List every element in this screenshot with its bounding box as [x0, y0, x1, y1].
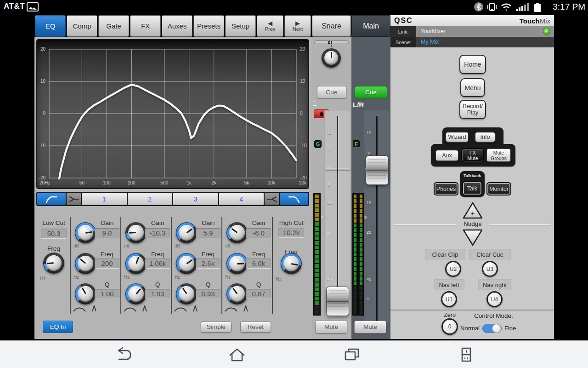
record-play-button[interactable]: Record/Play [459, 100, 486, 119]
menu-button[interactable]: Menu [460, 78, 485, 97]
u1-button[interactable]: U1 [441, 291, 457, 307]
control-mode-toggle[interactable] [482, 324, 502, 333]
svg-text:-20: -20 [300, 175, 307, 180]
band3-q-knob[interactable] [176, 283, 197, 305]
info-button[interactable]: Info [475, 132, 496, 143]
brand-header: QSC TouchMix [390, 15, 554, 26]
divider [489, 224, 551, 225]
column-divider [272, 217, 273, 314]
main-tab[interactable]: Main [351, 15, 390, 37]
link-connected-icon: ✓ [543, 28, 550, 35]
band1-freq-knob[interactable] [75, 253, 96, 274]
u2-button[interactable]: U2 [445, 261, 461, 277]
channel-gain-knob[interactable] [322, 48, 341, 68]
main-fader-handle[interactable] [366, 155, 389, 185]
clock: 3:17 PM [553, 2, 585, 12]
svg-text:20Hz: 20Hz [40, 180, 50, 185]
split-screen-button[interactable] [456, 346, 476, 363]
band-3-button[interactable]: 3 [173, 193, 218, 205]
phones-button[interactable]: Phones [434, 182, 458, 196]
main-cue-button[interactable]: Cue [355, 86, 387, 98]
tab-presets[interactable]: Presets [193, 15, 224, 37]
band3-freq-knob[interactable] [176, 253, 197, 274]
tab-fx[interactable]: FX [130, 15, 161, 37]
simple-button[interactable]: Simple [201, 322, 232, 333]
link-value[interactable]: YourMixer [421, 28, 446, 34]
high-cut-freq-knob[interactable] [281, 253, 302, 274]
band-1-button[interactable]: 1 [82, 193, 127, 205]
snare-mute-button[interactable]: Mute [315, 321, 347, 334]
band2-q-knob[interactable] [125, 283, 147, 305]
zero-button[interactable]: 0 [441, 318, 458, 335]
band2-gain-knob[interactable] [125, 222, 147, 243]
fader-scale-mark: 10 [327, 201, 332, 205]
svg-text:10: 10 [300, 79, 305, 84]
svg-text:-10: -10 [300, 143, 307, 148]
tab-comp[interactable]: Comp [67, 15, 97, 37]
prev-channel-button[interactable]: ◀ Prev [257, 15, 283, 37]
low-shelf-band-button[interactable] [67, 193, 81, 205]
band1-gain-knob[interactable] [75, 222, 96, 243]
fader-scale-mark: 40 [327, 277, 332, 282]
reset-button[interactable]: Reset [240, 322, 271, 333]
u4-button[interactable]: U4 [486, 291, 503, 307]
home-button[interactable]: Home [459, 55, 486, 74]
channel-name-tab[interactable]: Snare [312, 15, 351, 37]
low-shelf-icon [68, 195, 80, 204]
link-row: Link: YourMixer ✓ [390, 26, 554, 37]
band-4-button[interactable]: 4 [219, 193, 264, 205]
fader-scale-mark: 10 [327, 131, 332, 135]
snare-cue-button[interactable]: Cue [317, 86, 346, 98]
main-mute-button[interactable]: Mute [354, 321, 386, 334]
tab-setup[interactable]: Setup [225, 15, 256, 37]
snare-fader-handle[interactable] [326, 287, 349, 316]
nudge-up-button[interactable]: + [462, 201, 483, 220]
monitor-button[interactable]: Monitor [486, 182, 511, 196]
band3-gain-knob[interactable] [176, 222, 197, 243]
low-cut-band-button[interactable] [37, 193, 66, 205]
home-button-android[interactable] [227, 346, 247, 363]
band2-gain-unit: dB [124, 243, 130, 248]
column-divider [70, 217, 71, 314]
nudge-down-button[interactable]: - [462, 228, 483, 247]
gallery-icon [27, 2, 39, 12]
scene-label: Scene: [390, 37, 416, 47]
high-cut-title: High Cut [273, 219, 309, 226]
u3-button[interactable]: U3 [482, 261, 498, 277]
band1-q-knob[interactable] [75, 283, 96, 305]
band4-gain-knob[interactable] [226, 222, 248, 243]
mute-groups-button[interactable]: MuteGroups [486, 148, 511, 162]
column-divider [171, 217, 172, 314]
low-cut-freq-knob[interactable] [43, 253, 64, 274]
zero-label: Zero [436, 312, 464, 318]
band4-q-knob[interactable] [226, 283, 248, 305]
band-2-button[interactable]: 2 [128, 193, 173, 205]
next-channel-button[interactable]: ▶ Next [284, 15, 311, 37]
svg-text:20: 20 [40, 46, 46, 52]
band4-freq-knob[interactable] [226, 253, 248, 274]
band3-freq-unit: Hz [175, 275, 180, 280]
band2-q-label: Q [145, 281, 170, 288]
band1-freq-unit: Hz [74, 275, 79, 280]
high-cut-band-button[interactable] [280, 193, 308, 205]
tab-auxes[interactable]: Auxes [162, 15, 192, 37]
eq-curve-plot: 2020101000-10-10-20-2020Hz501002005001k2… [37, 40, 308, 188]
fx-mute-button[interactable]: FXMute [461, 148, 484, 162]
band2-freq-knob[interactable] [125, 253, 147, 274]
tab-gate[interactable]: Gate [98, 15, 129, 37]
fader-scale-mark: 40 [367, 277, 371, 282]
level-meter-right [358, 193, 364, 316]
back-button[interactable] [113, 346, 133, 363]
recents-button[interactable] [342, 346, 362, 363]
scene-value[interactable]: My Mix [421, 39, 439, 45]
high-shelf-band-button[interactable] [265, 193, 279, 205]
wizard-button[interactable]: Wizard [445, 132, 469, 143]
pan-tick [331, 45, 332, 47]
aux-button[interactable]: Aux [435, 150, 459, 161]
eq-in-button[interactable]: EQ In [43, 321, 73, 333]
band2-freq-unit: Hz [124, 275, 130, 280]
band2-q-value: 1.93 [145, 289, 170, 299]
fx-badge: F [353, 140, 360, 147]
tab-eq[interactable]: EQ [35, 15, 66, 37]
talk-button[interactable]: Talk [462, 181, 482, 196]
